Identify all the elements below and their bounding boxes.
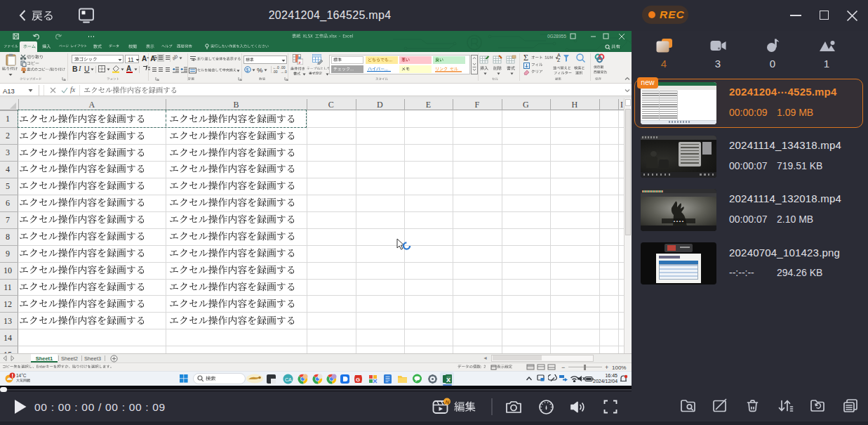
svg-text:$: $ <box>246 67 249 72</box>
svg-text:N: N <box>445 399 449 405</box>
svg-text:X: X <box>446 377 450 384</box>
svg-text:z: z <box>299 60 301 65</box>
svg-text:CA: CA <box>285 377 292 382</box>
svg-text:G: G <box>356 377 360 383</box>
